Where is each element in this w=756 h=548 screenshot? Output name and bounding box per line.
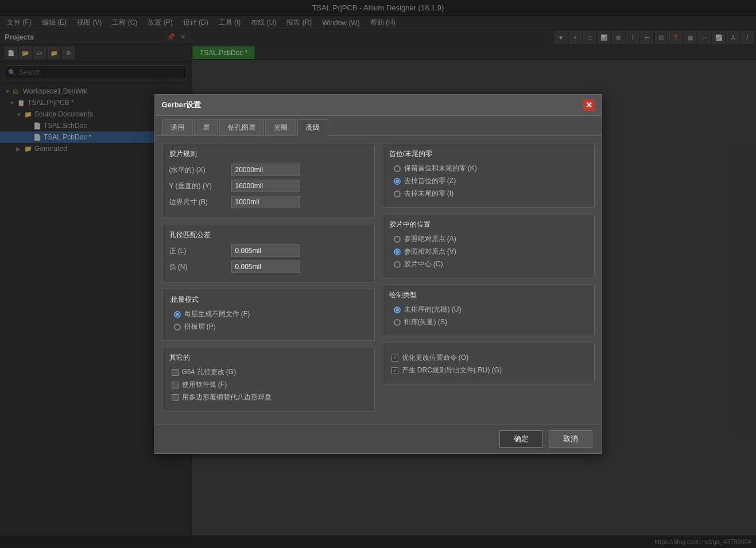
cancel-button[interactable]: 取消 <box>549 430 592 448</box>
position-radio-2 <box>394 261 401 268</box>
zeros-radio-1 <box>394 178 401 185</box>
negative-row: 负 (N) <box>169 261 367 273</box>
horizontal-input[interactable] <box>231 164 300 176</box>
vertical-label: Y (垂直的) (Y) <box>169 181 227 191</box>
zeros-radio-0 <box>394 165 401 172</box>
positive-label: 正 (L) <box>169 246 227 256</box>
dialog-left-col: 胶片规则 (水平的) (X) Y (垂直的) (Y) 边界尺寸 (B) <box>162 143 375 417</box>
dialog-tab-drill[interactable]: 钻孔图层 <box>219 119 264 135</box>
position-label-2: 胶片中心 (C) <box>404 259 443 269</box>
zeros-radio-2 <box>394 191 401 197</box>
misc-label-2: 用多边形覆铜替代八边形焊盘 <box>182 392 272 402</box>
dialog-tab-general[interactable]: 通用 <box>162 119 193 135</box>
plot-type-section: 绘制类型 未排序的(光栅) (U) 排序(矢量) (S) <box>382 284 595 336</box>
border-row: 边界尺寸 (B) <box>169 196 367 208</box>
plot-label-0: 未排序的(光栅) (U) <box>404 305 462 314</box>
dialog-overlay: Gerber设置 ✕ 通用 层 钻孔图层 光圈 高级 胶片规则 (水平的) (X… <box>0 0 756 548</box>
horizontal-label: (水平的) (X) <box>169 165 227 175</box>
film-rules-title: 胶片规则 <box>169 149 367 159</box>
misc-label-1: 使用软件弧 (F) <box>182 380 227 390</box>
border-input[interactable] <box>231 196 300 208</box>
batch-label-1: 拼板层 (P) <box>184 322 216 332</box>
misc-right-check-1: ✓ <box>391 367 398 374</box>
plot-option-0[interactable]: 未排序的(光栅) (U) <box>389 305 587 314</box>
misc-check-0 <box>172 369 179 376</box>
misc-right-checkbox-0[interactable]: ✓ 优化更改位置命令 (O) <box>389 353 587 363</box>
zeros-title: 首位/末尾的零 <box>389 149 587 159</box>
horizontal-row: (水平的) (X) <box>169 164 367 176</box>
position-radio-0 <box>394 236 401 243</box>
positive-input[interactable] <box>231 244 300 257</box>
confirm-button[interactable]: 确定 <box>499 430 543 448</box>
position-option-1[interactable]: 参照相对原点 (V) <box>389 247 587 256</box>
position-option-0[interactable]: 参照绝对原点 (A) <box>389 234 587 244</box>
dialog-tab-aperture[interactable]: 光圈 <box>265 119 296 135</box>
film-position-section: 胶片中的位置 参照绝对原点 (A) 参照相对原点 (V) 胶片中心 (C) <box>382 213 595 278</box>
hole-tolerance-section: 孔径匹配公差 正 (L) 负 (N) <box>162 224 375 283</box>
zeros-section: 首位/末尾的零 保留首位和末尾的零 (K) 去掉首位的零 (Z) 去掉末尾的零 … <box>382 143 595 208</box>
zeros-option-2[interactable]: 去掉末尾的零 (I) <box>389 189 587 199</box>
plot-label-1: 排序(矢量) (S) <box>404 317 447 327</box>
batch-option-0[interactable]: 每层生成不同文件 (F) <box>169 309 367 319</box>
misc-right-checkbox-1[interactable]: ✓ 产生 DRC规则导出文件(.RU) (G) <box>389 366 587 375</box>
position-label-1: 参照相对原点 (V) <box>404 247 456 256</box>
batch-radio-0 <box>174 311 181 318</box>
batch-mode-title: :批量模式 <box>169 295 367 305</box>
misc-right-label-0: 优化更改位置命令 (O) <box>402 353 469 363</box>
positive-row: 正 (L) <box>169 244 367 257</box>
hole-tolerance-title: 孔径匹配公差 <box>169 230 367 240</box>
dialog-tab-advanced[interactable]: 高级 <box>297 119 328 136</box>
zeros-option-0[interactable]: 保留首位和末尾的零 (K) <box>389 164 587 173</box>
misc-right-check-0: ✓ <box>391 355 398 362</box>
negative-input[interactable] <box>231 261 300 273</box>
plot-option-1[interactable]: 排序(矢量) (S) <box>389 317 587 327</box>
vertical-input[interactable] <box>231 180 300 192</box>
batch-option-1[interactable]: 拼板层 (P) <box>169 322 367 332</box>
position-option-2[interactable]: 胶片中心 (C) <box>389 259 587 269</box>
zeros-label-1: 去掉首位的零 (Z) <box>404 176 456 186</box>
gerber-dialog: Gerber设置 ✕ 通用 层 钻孔图层 光圈 高级 胶片规则 (水平的) (X… <box>154 94 602 454</box>
misc-right-label-1: 产生 DRC规则导出文件(.RU) (G) <box>402 366 502 375</box>
dialog-tabs: 通用 层 钻孔图层 光圈 高级 <box>155 116 602 136</box>
misc-checkbox-1[interactable]: 使用软件弧 (F) <box>169 380 367 390</box>
plot-type-title: 绘制类型 <box>389 290 587 300</box>
dialog-title: Gerber设置 <box>162 100 201 110</box>
dialog-close-button[interactable]: ✕ <box>583 99 595 111</box>
misc-check-1 <box>172 382 179 388</box>
dialog-tab-layers[interactable]: 层 <box>194 119 218 135</box>
misc-check-2 <box>172 394 179 401</box>
misc-checkbox-0[interactable]: G54 孔径更改 (G) <box>169 367 367 377</box>
dialog-footer: 确定 取消 <box>155 424 602 453</box>
dialog-title-bar: Gerber设置 ✕ <box>155 95 602 116</box>
misc-title: 其它的 <box>169 353 367 363</box>
misc-label-0: G54 孔径更改 (G) <box>182 367 237 377</box>
batch-radio-1 <box>174 324 181 331</box>
dialog-body: 胶片规则 (水平的) (X) Y (垂直的) (Y) 边界尺寸 (B) <box>155 136 602 424</box>
dialog-right-col: 首位/末尾的零 保留首位和末尾的零 (K) 去掉首位的零 (Z) 去掉末尾的零 … <box>382 143 595 417</box>
misc-checkbox-2[interactable]: 用多边形覆铜替代八边形焊盘 <box>169 392 367 402</box>
misc-right-section: ✓ 优化更改位置命令 (O) ✓ 产生 DRC规则导出文件(.RU) (G) <box>382 342 595 384</box>
film-rules-section: 胶片规则 (水平的) (X) Y (垂直的) (Y) 边界尺寸 (B) <box>162 143 375 218</box>
film-position-title: 胶片中的位置 <box>389 220 587 230</box>
zeros-label-2: 去掉末尾的零 (I) <box>404 189 454 199</box>
border-label: 边界尺寸 (B) <box>169 197 227 207</box>
batch-label-0: 每层生成不同文件 (F) <box>184 309 250 319</box>
zeros-option-1[interactable]: 去掉首位的零 (Z) <box>389 176 587 186</box>
position-radio-1 <box>394 248 401 255</box>
vertical-row: Y (垂直的) (Y) <box>169 180 367 192</box>
position-label-0: 参照绝对原点 (A) <box>404 234 456 244</box>
plot-radio-1 <box>394 319 401 326</box>
misc-section: 其它的 G54 孔径更改 (G) 使用软件弧 (F) 用多边形覆铜替代八边形焊盘 <box>162 347 375 411</box>
batch-mode-section: :批量模式 每层生成不同文件 (F) 拼板层 (P) <box>162 289 375 341</box>
zeros-label-0: 保留首位和末尾的零 (K) <box>404 164 477 173</box>
plot-radio-0 <box>394 306 401 313</box>
negative-label: 负 (N) <box>169 262 227 272</box>
